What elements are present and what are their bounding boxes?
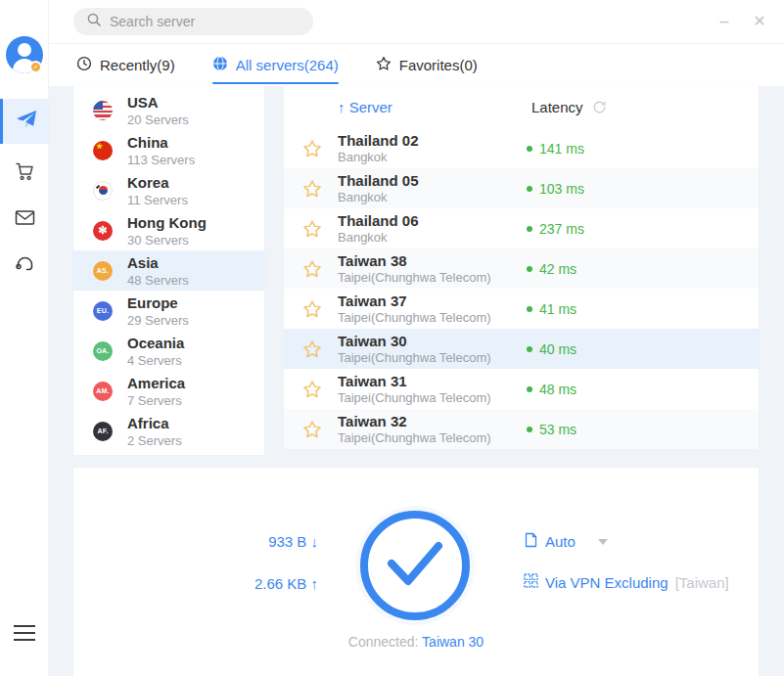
- server-latency: 53 ms: [527, 422, 576, 437]
- connection-panel: 933 B ↓ 2.66 KB ↑ Auto Via VPN Excluding…: [73, 468, 759, 676]
- server-latency: 237 ms: [527, 221, 584, 237]
- region-flag-icon: AS.: [93, 261, 113, 281]
- connected-server-name: Taiwan 30: [422, 634, 484, 650]
- server-sort-header[interactable]: ↑ Server: [338, 99, 392, 115]
- region-item[interactable]: AF. Africa 2 Servers: [73, 411, 264, 451]
- favorite-star-icon[interactable]: [302, 299, 322, 319]
- search-icon: [86, 12, 102, 31]
- server-location: Taipei(Chunghwa Telecom): [338, 270, 491, 285]
- content-area: USA 20 Servers China 113 Servers Korea 1…: [49, 86, 784, 676]
- latency-dot-icon: [527, 386, 532, 392]
- server-name: Taiwan 31: [338, 373, 491, 389]
- region-name: Hong Kong: [127, 214, 207, 231]
- menu-button[interactable]: [14, 625, 35, 643]
- region-count: 2 Servers: [127, 433, 182, 448]
- route-setting-link[interactable]: Via VPN Excluding[Taiwan]: [524, 573, 729, 591]
- sidebar-item-store[interactable]: [0, 151, 49, 196]
- server-row[interactable]: Taiwan 31 Taipei(Chunghwa Telecom) 48 ms: [284, 369, 759, 409]
- server-name: Taiwan 37: [338, 293, 491, 309]
- region-flag-icon: [93, 181, 113, 201]
- star-icon: [376, 56, 392, 74]
- favorite-star-icon[interactable]: [302, 420, 322, 439]
- search-input[interactable]: [110, 14, 296, 29]
- server-header-label: Server: [349, 99, 392, 115]
- region-flag-icon: [93, 101, 113, 120]
- region-flag-icon: EU.: [93, 301, 113, 321]
- favorite-star-icon[interactable]: [302, 380, 322, 399]
- region-item[interactable]: AS. Asia 48 Servers: [73, 250, 264, 291]
- region-item[interactable]: China 113 Servers: [73, 130, 264, 170]
- regions-panel: USA 20 Servers China 113 Servers Korea 1…: [73, 86, 264, 455]
- latency-value: 237 ms: [539, 221, 584, 237]
- region-item[interactable]: EU. Europe 29 Servers: [73, 291, 264, 331]
- region-item[interactable]: AM. America 7 Servers: [73, 371, 264, 411]
- latency-dot-icon: [527, 266, 532, 272]
- favorite-star-icon[interactable]: [302, 139, 322, 158]
- server-row[interactable]: Thailand 06 Bangkok 237 ms: [284, 208, 759, 248]
- connection-status: Connected: Taiwan 30: [73, 634, 759, 650]
- server-row[interactable]: Taiwan 30 Taipei(Chunghwa Telecom) 40 ms: [284, 329, 759, 369]
- region-item[interactable]: USA 20 Servers: [73, 90, 264, 130]
- server-latency: 40 ms: [527, 341, 576, 357]
- left-sidebar: ✓: [0, 0, 49, 676]
- region-item[interactable]: OA. Oceania 4 Servers: [73, 331, 264, 371]
- server-location: Taipei(Chunghwa Telecom): [338, 310, 491, 325]
- server-row[interactable]: Taiwan 32 Taipei(Chunghwa Telecom) 53 ms: [284, 409, 759, 449]
- tab-all-servers-label: All servers(264): [236, 57, 339, 73]
- server-name: Thailand 06: [338, 212, 419, 229]
- route-label: Via VPN Excluding: [545, 574, 669, 591]
- region-name: Korea: [127, 174, 188, 191]
- route-suffix: [Taiwan]: [675, 574, 729, 591]
- tab-all-servers[interactable]: All servers(264): [212, 44, 339, 86]
- region-item[interactable]: Hong Kong 30 Servers: [73, 210, 264, 250]
- mode-dropdown[interactable]: Auto: [524, 532, 608, 551]
- sidebar-item-messages[interactable]: [0, 197, 49, 242]
- server-row[interactable]: Taiwan 38 Taipei(Chunghwa Telecom) 42 ms: [284, 248, 759, 289]
- minimize-button[interactable]: –: [712, 10, 737, 33]
- server-name: Taiwan 30: [338, 333, 491, 349]
- region-count: 11 Servers: [127, 193, 188, 207]
- region-name: Africa: [127, 415, 182, 431]
- search-box[interactable]: [73, 8, 313, 35]
- latency-dot-icon: [527, 346, 532, 352]
- upload-arrow-icon: ↑: [311, 575, 319, 592]
- latency-header-label: Latency: [531, 99, 583, 115]
- server-row[interactable]: Taiwan 37 Taipei(Chunghwa Telecom) 41 ms: [284, 289, 759, 329]
- sidebar-item-servers[interactable]: [0, 99, 49, 144]
- tab-recently[interactable]: Recently(9): [76, 44, 175, 86]
- chevron-down-icon: [598, 539, 608, 545]
- top-bar: – ✕: [49, 0, 784, 43]
- close-button[interactable]: ✕: [747, 10, 772, 33]
- server-location: Bangkok: [338, 190, 419, 204]
- region-flag-icon: AM.: [93, 382, 113, 401]
- server-latency: 141 ms: [527, 141, 584, 157]
- server-location: Taipei(Chunghwa Telecom): [338, 350, 491, 365]
- region-item[interactable]: Korea 11 Servers: [73, 170, 264, 210]
- favorite-star-icon[interactable]: [302, 179, 322, 199]
- region-count: 4 Servers: [127, 353, 184, 368]
- tab-favorites[interactable]: Favorites(0): [376, 44, 478, 86]
- paper-plane-icon: [15, 108, 38, 135]
- mode-label: Auto: [545, 533, 576, 550]
- clock-icon: [76, 56, 92, 74]
- connect-toggle-button[interactable]: [360, 511, 470, 620]
- tabs-bar: Recently(9) All servers(264) Favorites(0…: [49, 43, 784, 86]
- region-name: Europe: [127, 294, 189, 311]
- favorite-star-icon[interactable]: [302, 259, 322, 279]
- download-arrow-icon: ↓: [311, 533, 319, 550]
- region-count: 20 Servers: [127, 113, 189, 127]
- server-row[interactable]: Thailand 05 Bangkok 103 ms: [284, 168, 759, 208]
- upload-stat: 2.66 KB ↑: [166, 575, 318, 592]
- latency-value: 40 ms: [539, 341, 576, 357]
- tab-recently-label: Recently(9): [100, 57, 175, 73]
- region-count: 7 Servers: [127, 393, 185, 408]
- sidebar-item-support[interactable]: [0, 243, 49, 288]
- refresh-icon[interactable]: [592, 100, 607, 117]
- server-name: Taiwan 32: [338, 413, 491, 429]
- favorite-star-icon[interactable]: [302, 219, 322, 239]
- sort-arrow-icon: ↑: [338, 99, 346, 115]
- server-location: Bangkok: [338, 150, 419, 164]
- favorite-star-icon[interactable]: [302, 339, 322, 359]
- server-row[interactable]: Thailand 02 Bangkok 141 ms: [284, 128, 759, 168]
- server-name: Thailand 05: [338, 172, 419, 189]
